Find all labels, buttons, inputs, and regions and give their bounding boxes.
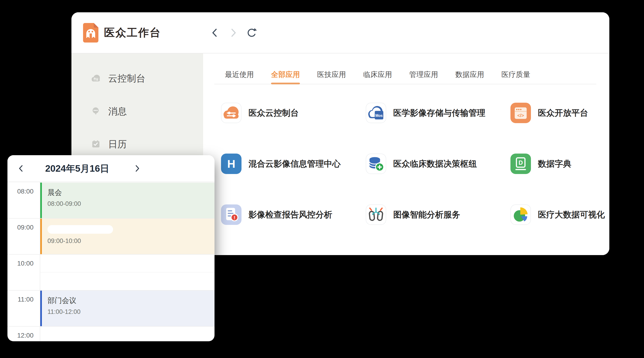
- chevron-left-icon: [210, 27, 220, 38]
- refresh-icon: [246, 27, 258, 39]
- app-label: 医学影像存储与传输管理: [393, 107, 485, 119]
- event-time: 09:00-10:00: [48, 237, 214, 245]
- calendar-icon: [90, 139, 101, 149]
- sidebar-item-label: 云控制台: [108, 72, 146, 85]
- message-icon: [90, 106, 101, 117]
- time-label: 12:00: [8, 332, 34, 339]
- calendar-event-morning-meeting[interactable]: 晨会 08:00-09:00: [40, 182, 214, 218]
- hour-line: [8, 254, 214, 255]
- tab-data-apps[interactable]: 数据应用: [455, 65, 484, 84]
- sidebar-item-label: 日历: [108, 138, 127, 151]
- app-logo-icon: [83, 23, 98, 42]
- chevron-right-icon: [229, 27, 238, 38]
- tab-medtech-apps[interactable]: 医技应用: [317, 65, 346, 84]
- back-button[interactable]: [210, 12, 220, 53]
- tab-recent[interactable]: 最近使用: [225, 65, 254, 84]
- lungs-icon: [366, 205, 386, 224]
- tab-divider: [214, 84, 596, 84]
- database-plus-icon: [366, 154, 386, 174]
- sidebar-item-cloud-console[interactable]: 云控制台: [90, 71, 146, 85]
- sidebar-item-calendar[interactable]: 日历: [90, 137, 127, 151]
- desktop-background: 医众工作台: [0, 0, 644, 358]
- tab-all-apps[interactable]: 全部应用: [271, 65, 300, 84]
- app-cloud-console[interactable]: 医众云控制台: [221, 103, 299, 123]
- app-label: 影像检查报告风控分析: [248, 209, 332, 220]
- refresh-button[interactable]: [246, 12, 258, 53]
- calendar-header: 2024年5月16日: [8, 155, 214, 182]
- app-report-risk-analysis[interactable]: ! 影像检查报告风控分析: [221, 204, 332, 225]
- app-label: 医众临床数据决策枢纽: [393, 158, 477, 170]
- exclamation-glyph: !: [234, 215, 235, 220]
- app-open-platform[interactable]: </> 医众开放平台: [510, 103, 588, 123]
- event-title: 晨会: [48, 188, 214, 197]
- chevron-left-icon: [18, 164, 24, 173]
- app-big-data-visualization[interactable]: 医疗大数据可视化: [510, 204, 605, 225]
- tab-quality[interactable]: 医疗质量: [502, 65, 530, 84]
- dictionary-icon: D: [510, 154, 531, 174]
- content-area: 最近使用 全部应用 医技应用 临床应用 管理应用 数据应用 医疗质量: [203, 53, 609, 255]
- app-label: 医众云控制台: [248, 107, 299, 119]
- calendar-event-department-meeting[interactable]: 部门会议 11:00-12:00: [40, 291, 214, 326]
- tab-clinical-apps[interactable]: 临床应用: [363, 65, 392, 84]
- calendar-date-title: 2024年5月16日: [33, 155, 122, 182]
- app-clinical-data-hub[interactable]: 医众临床数据决策枢纽: [366, 154, 477, 174]
- app-pacs[interactable]: Mos 医学影像存储与传输管理: [366, 103, 485, 123]
- redacted-title-pill: [48, 225, 113, 234]
- tab-management-apps[interactable]: 管理应用: [409, 65, 438, 84]
- cloud-sliders-icon: [222, 103, 241, 123]
- app-label: 医疗大数据可视化: [538, 209, 605, 220]
- event-title: 部门会议: [48, 296, 214, 306]
- app-label: 医众开放平台: [538, 107, 588, 119]
- window-header: 医众工作台: [72, 12, 609, 53]
- app-image-ai-analysis[interactable]: 图像智能分析服务: [366, 204, 460, 225]
- report-risk-icon: !: [221, 204, 242, 225]
- app-label: 图像智能分析服务: [393, 209, 460, 220]
- cloud-console-icon: [90, 73, 101, 84]
- half-hour-line: [40, 272, 214, 273]
- time-label: 09:00: [8, 224, 34, 231]
- cloud-mos-icon: Mos: [366, 103, 386, 123]
- tab-bar: 最近使用 全部应用 医技应用 临床应用 管理应用 数据应用 医疗质量: [225, 65, 530, 84]
- sidebar-item-messages[interactable]: 消息: [90, 104, 127, 118]
- pie-chart-icon: [511, 205, 530, 224]
- hour-line: [8, 326, 214, 327]
- open-platform-icon: </>: [510, 103, 531, 123]
- app-label: 数据字典: [538, 158, 572, 170]
- calendar-event-redacted[interactable]: 09:00-10:00: [40, 219, 214, 254]
- app-data-dictionary[interactable]: D 数据字典: [510, 154, 572, 174]
- event-time: 08:00-09:00: [48, 200, 214, 207]
- time-label: 11:00: [8, 296, 34, 303]
- h-letter-icon: H: [227, 158, 236, 170]
- calendar-prev-button[interactable]: [14, 155, 28, 182]
- time-label: 08:00: [8, 188, 34, 195]
- calendar-day-panel: 2024年5月16日 08:00 09:00 10:00 11:00 12:00…: [8, 155, 214, 341]
- event-time: 11:00-12:00: [48, 308, 214, 316]
- app-hybrid-cloud-imaging[interactable]: H 混合云影像信息管理中心: [221, 154, 340, 174]
- mos-badge-text: Mos: [375, 114, 383, 118]
- chevron-right-icon: [134, 164, 141, 173]
- time-label: 10:00: [8, 260, 34, 267]
- calendar-next-button[interactable]: [131, 155, 144, 182]
- calendar-grid: 08:00 09:00 10:00 11:00 12:00 晨会 08:00-0…: [8, 182, 214, 341]
- app-label: 混合云影像信息管理中心: [248, 158, 340, 170]
- d-letter: D: [518, 159, 523, 166]
- sidebar-item-label: 消息: [108, 105, 127, 118]
- forward-button[interactable]: [229, 12, 238, 53]
- code-glyph: </>: [517, 113, 524, 118]
- page-title: 医众工作台: [104, 12, 161, 53]
